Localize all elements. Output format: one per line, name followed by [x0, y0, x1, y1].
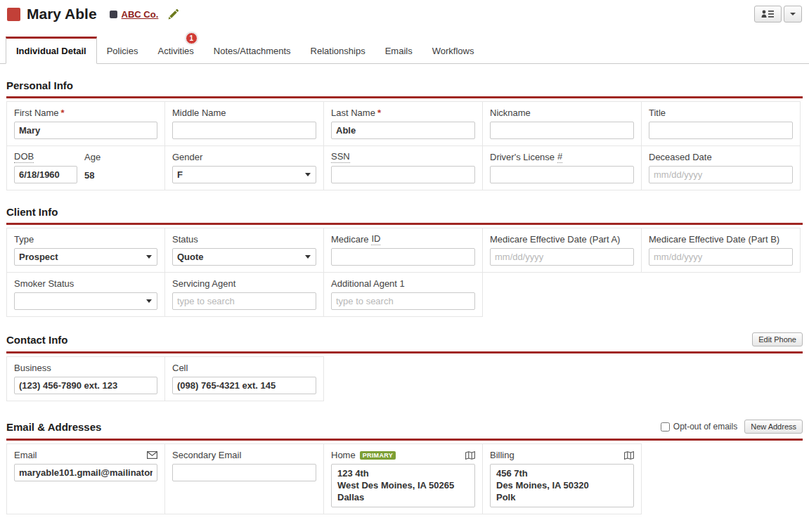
tab-relationships[interactable]: Relationships — [301, 37, 375, 63]
secondary-email-input[interactable] — [172, 464, 316, 481]
first-name-input[interactable] — [14, 122, 157, 139]
home-address-box[interactable]: 123 4th West Des Moines, IA 50265 Dallas — [331, 464, 475, 507]
medicare-part-a-input[interactable] — [490, 248, 634, 266]
field-dob-age: DOB Age 58 — [6, 146, 165, 190]
envelope-icon[interactable] — [147, 451, 157, 459]
field-secondary-email: Secondary Email — [165, 443, 324, 514]
field-last-name: Last Name * — [324, 101, 483, 146]
personal-info-header: Personal Info — [6, 79, 803, 91]
tab-emails[interactable]: Emails — [375, 37, 422, 63]
tab-activities[interactable]: Activities 1 — [148, 37, 203, 63]
required-asterisk: * — [377, 108, 381, 118]
contact-info-table: Business Cell — [6, 356, 324, 401]
smoker-status-select-wrap — [14, 292, 157, 310]
label-text: Medicare — [331, 234, 368, 245]
field-nickname: Nickname — [483, 101, 642, 146]
field-first-name: First Name * — [6, 101, 165, 146]
section-rule — [6, 351, 803, 353]
table-row: Type Prospect Status Quote — [6, 228, 801, 273]
header-dropdown-button[interactable] — [784, 6, 802, 22]
email-addresses-table: Email Secondary Email — [6, 443, 642, 514]
drivers-license-label: Driver's License # — [490, 151, 634, 163]
tab-label: Notes/Attachments — [214, 46, 291, 56]
map-icon[interactable] — [465, 451, 475, 460]
cell-phone-input[interactable] — [172, 377, 316, 394]
field-gender: Gender F — [165, 146, 324, 190]
email-input[interactable] — [14, 464, 157, 481]
activities-count-badge: 1 — [186, 32, 198, 44]
nickname-input[interactable] — [490, 122, 634, 139]
required-asterisk: * — [61, 108, 65, 118]
opt-out-label: Opt-out of emails — [673, 422, 737, 432]
field-title: Title — [642, 101, 801, 146]
table-row: Smoker Status Servicing Agent Additional… — [6, 273, 801, 317]
edit-phone-button[interactable]: Edit Phone — [752, 332, 803, 346]
opt-out-group: Opt-out of emails — [661, 422, 737, 432]
header: Mary Able ABC Co. — [0, 0, 809, 24]
tab-workflows[interactable]: Workflows — [422, 37, 484, 63]
label-text: First Name — [14, 108, 59, 118]
email-addresses-actions: Opt-out of emails New Address — [661, 420, 803, 434]
servicing-agent-input[interactable] — [172, 292, 316, 310]
table-row: DOB Age 58 Gender F — [6, 146, 801, 190]
email-label: Email — [14, 450, 37, 460]
address-line-1: 456 7th — [496, 467, 628, 479]
label-abbr: # — [557, 151, 562, 163]
page-title: Mary Able — [27, 6, 97, 22]
field-type: Type Prospect — [6, 228, 165, 273]
gender-select[interactable]: F — [172, 166, 316, 183]
status-label: Status — [172, 233, 316, 245]
label-text: DOB — [14, 151, 34, 163]
medicare-part-a-label: Medicare Effective Date (Part A) — [490, 233, 634, 245]
tab-label: Relationships — [311, 46, 365, 56]
personal-info-table: First Name * Middle Name Last Name * — [6, 101, 801, 190]
servicing-agent-label: Servicing Agent — [172, 278, 316, 290]
type-select-wrap: Prospect — [14, 248, 157, 266]
map-icon[interactable] — [624, 451, 634, 460]
medicare-part-b-input[interactable] — [649, 248, 793, 266]
dob-input[interactable] — [14, 166, 77, 183]
label-text: SSN — [331, 151, 350, 163]
last-name-input[interactable] — [331, 122, 475, 139]
tab-notes-attachments[interactable]: Notes/Attachments — [204, 37, 301, 63]
field-medicare-part-b: Medicare Effective Date (Part B) — [642, 228, 801, 273]
field-business-phone: Business — [6, 356, 165, 401]
company-link[interactable]: ABC Co. — [122, 9, 159, 20]
section-personal-info: Personal Info First Name * Middle Name — [6, 79, 803, 190]
business-phone-input[interactable] — [14, 377, 157, 394]
contacts-view-button[interactable] — [754, 6, 782, 22]
tab-bar: Individual Detail Policies Activities 1 … — [0, 37, 809, 64]
company-group: ABC Co. — [110, 9, 159, 20]
title-input[interactable] — [649, 122, 793, 139]
client-info-header: Client Info — [6, 206, 803, 218]
additional-agent-1-input[interactable] — [331, 292, 475, 310]
field-additional-agent-1: Additional Agent 1 — [324, 273, 483, 317]
tab-individual-detail[interactable]: Individual Detail — [6, 37, 97, 64]
tab-label: Individual Detail — [16, 46, 86, 56]
deceased-date-input[interactable] — [649, 166, 793, 183]
medicare-id-input[interactable] — [331, 248, 475, 266]
individual-indicator-icon — [7, 8, 20, 21]
field-drivers-license: Driver's License # — [483, 146, 642, 190]
new-address-button[interactable]: New Address — [744, 420, 803, 434]
company-indicator-icon — [110, 11, 117, 18]
ssn-input[interactable] — [331, 166, 475, 183]
medicare-part-b-label: Medicare Effective Date (Part B) — [649, 233, 793, 245]
type-select[interactable]: Prospect — [14, 248, 157, 266]
drivers-license-input[interactable] — [490, 166, 634, 183]
ssn-label: SSN — [331, 151, 475, 163]
billing-address-label: Billing — [490, 450, 514, 460]
smoker-status-select[interactable] — [14, 292, 157, 310]
secondary-email-label: Secondary Email — [172, 449, 316, 461]
middle-name-input[interactable] — [172, 122, 316, 139]
opt-out-checkbox[interactable] — [661, 422, 670, 432]
billing-address-box[interactable]: 456 7th Des Moines, IA 50320 Polk — [490, 464, 634, 507]
email-label-row: Email — [14, 449, 157, 461]
status-select[interactable]: Quote — [172, 248, 316, 266]
tab-policies[interactable]: Policies — [97, 37, 148, 63]
field-email: Email — [6, 443, 165, 514]
edit-name-icon[interactable] — [167, 8, 179, 20]
field-dob: DOB — [14, 151, 84, 183]
middle-name-label: Middle Name — [172, 107, 316, 119]
field-home-address: Home PRIMARY 123 4th West Des Moines, — [324, 443, 483, 514]
